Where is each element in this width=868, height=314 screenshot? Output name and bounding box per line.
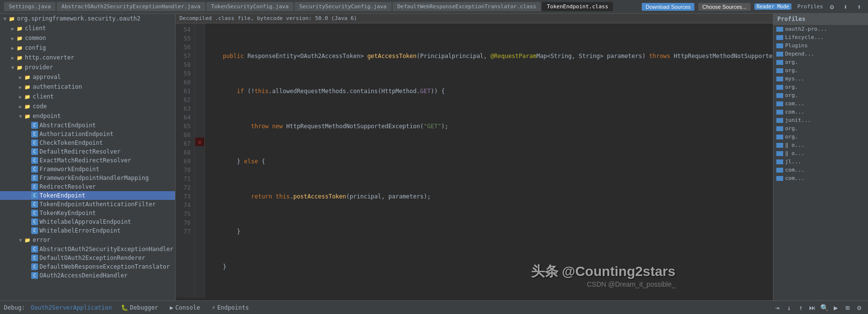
tab-abstract-oauth[interactable]: AbstractOAuth2SecurityExceptionHandler.j… — [57, 2, 205, 11]
right-panel-label: com... — [785, 109, 805, 115]
tree-item-token-key[interactable]: C TokenKeyEndpoint — [0, 209, 175, 217]
tab-debugger[interactable]: 🐛 Debugger — [118, 303, 161, 312]
tree-label: http.converter — [25, 54, 74, 61]
tree-item-authorization-endpoint[interactable]: C AuthorizationEndpoint — [0, 130, 175, 138]
folder-icon: 📁 — [16, 54, 23, 61]
tree-item-default-oauth2-exception[interactable]: C DefaultOAuth2ExceptionRenderer — [0, 254, 175, 262]
class-icon: C — [31, 183, 38, 190]
tree-item-provider[interactable]: ▼ 📁 provider — [0, 62, 175, 72]
step-into-icon[interactable]: ↓ — [784, 303, 794, 313]
app-label[interactable]: Oauth2ServerApplication — [31, 304, 112, 311]
right-panel-label: org. — [785, 67, 798, 74]
tree-item-check-token[interactable]: C CheckTokenEndpoint — [0, 138, 175, 147]
class-icon: C — [31, 122, 38, 129]
tree-item-framework-handler-mapping[interactable]: C FrameworkEndpointHandlerMapping — [0, 174, 175, 182]
right-panel-item-org2[interactable]: org. — [773, 66, 868, 75]
bar-chart-icon — [776, 159, 783, 164]
tree-item-http-converter[interactable]: ▶ 📁 http.converter — [0, 53, 175, 62]
tree-item-root[interactable]: ▼ 📁 org.springframework.security.oauth2 — [0, 14, 175, 23]
folder-icon: 📁 — [8, 15, 16, 22]
right-panel-item-org3[interactable]: org. — [773, 83, 868, 91]
class-icon: C — [31, 210, 38, 216]
tree-item-config[interactable]: ▶ 📁 config — [0, 43, 175, 53]
tree-item-approval[interactable]: ▶ 📁 approval — [0, 72, 175, 82]
tree-item-token-endpoint-auth-filter[interactable]: C TokenEndpointAuthenticationFilter — [0, 200, 175, 209]
tree-item-error-folder[interactable]: ▼ 📁 error — [0, 235, 175, 245]
tree-item-client[interactable]: ▶ 📁 client — [0, 23, 175, 33]
tree-item-framework-endpoint[interactable]: C FrameworkEndpoint — [0, 165, 175, 174]
right-panel-item-com3[interactable]: com... — [773, 166, 868, 174]
right-panel-item-oauth2-pro[interactable]: oauth2-pro... — [773, 25, 868, 33]
run-to-cursor-icon[interactable]: ⏭ — [808, 303, 817, 313]
resume-icon[interactable]: ▶ — [831, 303, 841, 313]
settings-icon[interactable]: ⚙ — [827, 2, 837, 12]
tab-endpoints[interactable]: ⚡ Endpoints — [209, 303, 252, 312]
right-panel-item-org4[interactable]: org. — [773, 91, 868, 99]
right-panel-item-org1[interactable]: org. — [773, 58, 868, 66]
evaluate-icon[interactable]: 🔍 — [819, 303, 829, 313]
tree-item-endpoint[interactable]: ▼ 📁 endpoint — [0, 111, 175, 121]
folder-icon: 📁 — [16, 44, 23, 52]
expand-arrow: ▶ — [18, 75, 23, 80]
right-panel-item-mys[interactable]: mys... — [773, 75, 868, 83]
right-panel-label: ‖ o... — [785, 150, 805, 157]
right-panel-item-depend[interactable]: Depend... — [773, 50, 868, 58]
tab-token-endpoint[interactable]: TokenEndpoint.class — [542, 2, 613, 11]
step-out-icon[interactable]: ↑ — [796, 303, 806, 313]
tree-label: FrameworkEndpoint — [39, 166, 99, 173]
right-panel-item-com1[interactable]: com... — [773, 99, 868, 108]
tab-default-web[interactable]: DefaultWebResponseExceptionTranslator.cl… — [393, 2, 541, 11]
settings-icon[interactable]: ⚙ — [854, 303, 864, 313]
right-panel-item-llo1[interactable]: ‖ o... — [773, 141, 868, 149]
tab-token-security[interactable]: TokenSecurityConfig.java — [206, 2, 294, 11]
step-over-icon[interactable]: ⇥ — [772, 303, 782, 313]
right-panel-item-com4[interactable]: com... — [773, 174, 868, 182]
right-panel-item-junit[interactable]: junit... — [773, 116, 868, 124]
tree-item-authentication[interactable]: ▶ 📁 authentication — [0, 82, 175, 92]
download-icon[interactable]: ⬇ — [841, 2, 850, 12]
right-panel: Profiles oauth2-pro... Lifecycle... Plug… — [773, 14, 868, 300]
right-panel-item-jl[interactable]: jl... — [773, 157, 868, 166]
tab-settings[interactable]: Settings.java — [4, 2, 56, 11]
tree-item-exact-match[interactable]: C ExactMatchRedirectResolver — [0, 156, 175, 165]
right-panel-item-com2[interactable]: com... — [773, 108, 868, 116]
tree-item-whitelabel-error[interactable]: C WhitelabelErrorEndpoint — [0, 226, 175, 235]
reader-mode-badge: Reader Mode — [754, 3, 791, 10]
tree-label: TokenEndpoint — [39, 192, 85, 199]
tree-item-whitelabel-approval[interactable]: C WhitelabelApprovalEndpoint — [0, 217, 175, 226]
right-panel-item-plugins[interactable]: Plugins — [773, 41, 868, 50]
folder-icon: 📁 — [23, 83, 31, 91]
tab-security-config[interactable]: SecuritySecurityConfig.java — [295, 2, 392, 11]
tree-item-default-redirect[interactable]: C DefaultRedirectResolver — [0, 147, 175, 156]
tree-item-abstract-oauth2-security[interactable]: C AbstractOAuth2SecurityExceptionHandler — [0, 245, 175, 254]
right-panel-item-llo2[interactable]: ‖ o... — [773, 149, 868, 157]
bar-chart-icon — [776, 151, 783, 156]
tree-item-code[interactable]: ▶ 📁 code — [0, 101, 175, 111]
class-icon: C — [31, 263, 38, 270]
tree-item-abstract-endpoint[interactable]: C AbstractEndpoint — [0, 121, 175, 130]
bar-chart-icon — [776, 143, 783, 148]
tree-label: approval — [33, 74, 61, 80]
right-panel-header: Profiles — [773, 14, 868, 25]
code-area: 5455565758 5960616263 6465666768 6970717… — [176, 23, 773, 298]
tree-item-token-endpoint[interactable]: C TokenEndpoint — [0, 191, 175, 200]
tree-item-common[interactable]: ▶ 📁 common — [0, 33, 175, 43]
bar-chart-icon — [776, 27, 783, 32]
tree-item-provider-client[interactable]: ▶ 📁 client — [0, 92, 175, 101]
folder-icon: 📁 — [23, 93, 31, 100]
right-panel-item-lifecycle[interactable]: Lifecycle... — [773, 33, 868, 41]
tree-label: TokenEndpointAuthenticationFilter — [39, 201, 156, 208]
tab-console[interactable]: ▶ Console — [167, 303, 203, 312]
download-sources-button[interactable]: Download Sources — [642, 3, 694, 11]
right-panel-item-org6[interactable]: org. — [773, 133, 868, 141]
tree-item-default-web-response[interactable]: C DefaultWebResponseExceptionTranslator — [0, 262, 175, 271]
right-panel-item-org5[interactable]: org. — [773, 124, 868, 133]
tree-label-abstract-oauth2-security: AbstractOAuth2SecurityExceptionHandler — [39, 246, 174, 253]
expand-icon[interactable]: ⊞ — [843, 303, 852, 313]
tree-label: code — [33, 103, 47, 110]
tree-item-redirect-resolver[interactable]: C RedirectResolver — [0, 182, 175, 191]
bar-chart-icon — [776, 77, 783, 81]
tree-item-oauth2-access-denied[interactable]: C OAuth2AccessDeniedHandler — [0, 271, 175, 280]
choose-sources-button[interactable]: Choose Sources... — [698, 3, 750, 11]
upload-icon[interactable]: ⬆ — [854, 2, 864, 12]
